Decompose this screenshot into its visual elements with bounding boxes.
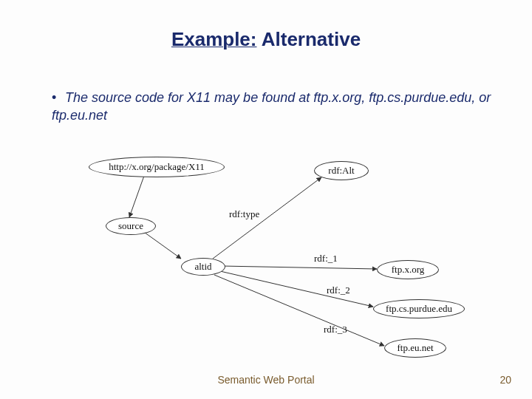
page-number: 20	[499, 374, 511, 386]
edge-label-rdf-1: rdf:_1	[314, 253, 338, 265]
footer-text: Semantic Web Portal	[0, 374, 532, 386]
slide-title: Example: Alternative	[0, 28, 532, 51]
edge-label-rdf-3: rdf:_3	[324, 324, 347, 335]
node-altid-label: altid	[194, 261, 211, 273]
svg-line-3	[222, 266, 377, 269]
edge-label-rdf-type: rdf:type	[229, 208, 259, 220]
edge-label-rdf-2: rdf:_2	[327, 284, 350, 296]
bullet-content: The source code for X11 may be found at …	[52, 90, 491, 123]
title-highlight: Example:	[171, 28, 257, 50]
node-rdf-alt: rdf:Alt	[314, 161, 369, 180]
node-ftp3: ftp.eu.net	[384, 338, 446, 358]
node-ftp1-label: ftp.x.org	[392, 264, 425, 276]
node-subject: http://x.org/package/X11	[89, 157, 225, 177]
node-ftp2: ftp.cs.purdue.edu	[373, 299, 465, 318]
svg-line-5	[214, 275, 384, 346]
graph-edges	[0, 0, 532, 399]
svg-line-0	[129, 176, 144, 217]
bullet-dot: •	[52, 89, 65, 106]
node-altid: altid	[181, 258, 225, 276]
node-ftp3-label: ftp.eu.net	[397, 342, 433, 354]
node-source: source	[106, 217, 156, 235]
node-source-label: source	[118, 220, 143, 232]
svg-line-4	[220, 271, 373, 307]
node-rdf-alt-label: rdf:Alt	[328, 165, 354, 177]
node-ftp2-label: ftp.cs.purdue.edu	[386, 303, 452, 315]
title-rest: Alternative	[256, 28, 361, 50]
node-subject-label: http://x.org/package/X11	[109, 161, 205, 173]
bullet-text: •The source code for X11 may be found at…	[52, 89, 495, 125]
node-ftp1: ftp.x.org	[377, 260, 439, 279]
svg-line-1	[142, 231, 181, 259]
